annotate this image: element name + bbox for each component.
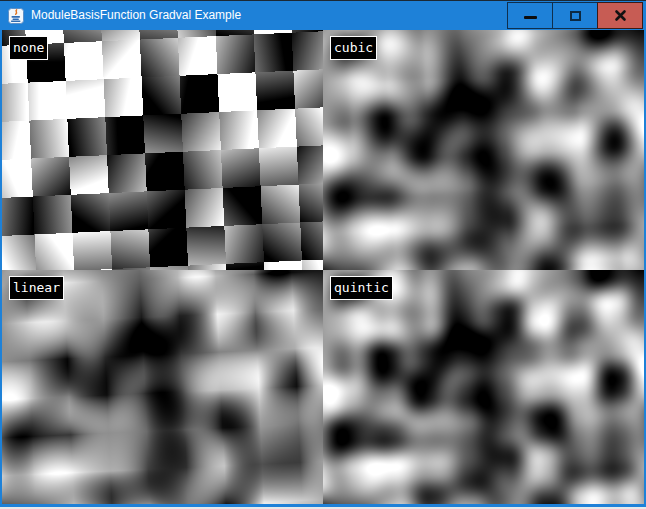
panel-label-none: none: [9, 36, 48, 60]
panel-none: none: [2, 30, 323, 270]
maximize-button[interactable]: [552, 2, 598, 29]
panel-cubic: cubic: [323, 30, 644, 270]
noise-canvas-cubic: [323, 30, 644, 270]
app-window: ModuleBasisFunction Gradval Example none…: [0, 0, 646, 507]
noise-canvas-none: [2, 30, 323, 270]
close-icon: [614, 9, 627, 22]
java-coffee-cup-icon[interactable]: [8, 8, 24, 24]
caption-buttons: [508, 2, 643, 29]
panel-quintic: quintic: [323, 270, 644, 504]
client-area: none cubic linear quintic: [2, 30, 644, 504]
window-title: ModuleBasisFunction Gradval Example: [31, 1, 241, 31]
close-button[interactable]: [597, 2, 643, 29]
panel-label-cubic: cubic: [330, 36, 377, 60]
maximize-icon: [570, 11, 581, 21]
panel-label-quintic: quintic: [330, 276, 393, 300]
noise-canvas-quintic: [323, 270, 644, 504]
titlebar[interactable]: ModuleBasisFunction Gradval Example: [0, 0, 646, 30]
minimize-button[interactable]: [507, 2, 553, 29]
panel-linear: linear: [2, 270, 323, 504]
java-coffee-cup-icon-svg: [8, 8, 24, 24]
panel-label-linear: linear: [9, 276, 64, 300]
noise-canvas-linear: [2, 270, 323, 504]
minimize-icon: [524, 16, 537, 19]
